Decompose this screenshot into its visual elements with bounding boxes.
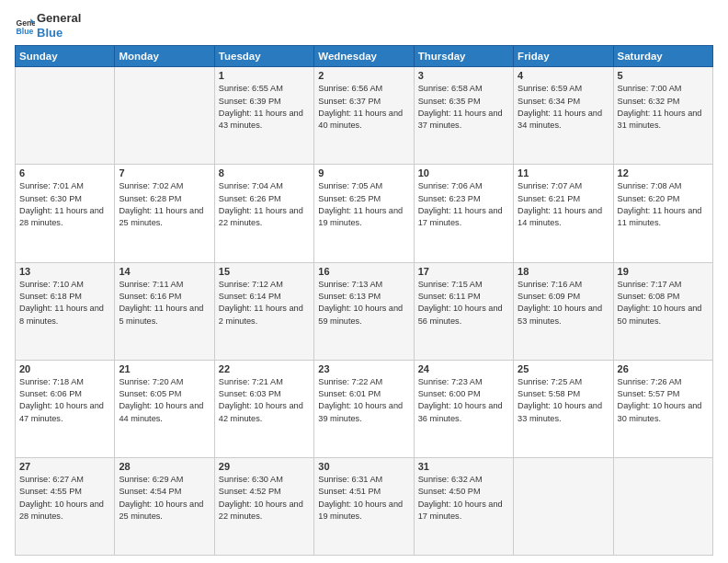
sunrise-text: Sunrise: 7:22 AM [318,377,382,386]
sunrise-text: Sunrise: 7:11 AM [119,280,183,289]
sunrise-text: Sunrise: 7:12 AM [219,280,283,289]
calendar-cell: 23Sunrise: 7:22 AMSunset: 6:01 PMDayligh… [314,360,414,457]
daylight-text: Daylight: 11 hours and 34 minutes. [518,109,602,130]
daylight-text: Daylight: 10 hours and 19 minutes. [318,500,403,521]
weekday-header: Monday [115,46,214,67]
day-number: 23 [318,363,409,374]
calendar-cell: 20Sunrise: 7:18 AMSunset: 6:06 PMDayligh… [16,360,115,457]
sunset-text: Sunset: 4:55 PM [19,487,82,496]
day-number: 7 [119,167,210,178]
logo-text: General Blue [37,11,81,40]
day-info: Sunrise: 7:11 AMSunset: 6:16 PMDaylight:… [119,279,210,327]
day-number: 2 [318,70,409,81]
day-info: Sunrise: 7:26 AMSunset: 5:57 PMDaylight:… [618,376,709,425]
daylight-text: Daylight: 10 hours and 56 minutes. [418,304,503,325]
sunset-text: Sunset: 6:23 PM [418,194,481,203]
weekday-header: Tuesday [214,46,313,67]
day-number: 11 [518,167,609,178]
calendar-cell: 3Sunrise: 6:58 AMSunset: 6:35 PMDaylight… [414,67,513,165]
day-number: 28 [119,461,210,472]
calendar-cell: 9Sunrise: 7:05 AMSunset: 6:25 PMDaylight… [314,165,414,262]
calendar-week-row: 6Sunrise: 7:01 AMSunset: 6:30 PMDaylight… [16,165,713,262]
day-number: 6 [19,167,110,178]
calendar-cell: 10Sunrise: 7:06 AMSunset: 6:23 PMDayligh… [414,165,513,262]
sunset-text: Sunset: 6:34 PM [518,97,580,106]
daylight-text: Daylight: 11 hours and 8 minutes. [19,304,104,325]
day-number: 30 [318,461,409,472]
day-number: 17 [418,266,509,277]
sunrise-text: Sunrise: 7:23 AM [418,377,483,386]
day-number: 16 [318,266,409,277]
calendar-cell: 26Sunrise: 7:26 AMSunset: 5:57 PMDayligh… [613,360,712,457]
sunrise-text: Sunrise: 7:00 AM [618,84,682,93]
daylight-text: Daylight: 10 hours and 22 minutes. [219,500,303,521]
daylight-text: Daylight: 10 hours and 50 minutes. [618,304,702,325]
sunrise-text: Sunrise: 7:02 AM [119,181,183,190]
calendar-cell: 11Sunrise: 7:07 AMSunset: 6:21 PMDayligh… [514,165,613,262]
day-info: Sunrise: 7:25 AMSunset: 5:58 PMDaylight:… [518,376,609,425]
calendar-cell: 28Sunrise: 6:29 AMSunset: 4:54 PMDayligh… [115,457,214,555]
daylight-text: Daylight: 11 hours and 5 minutes. [119,304,203,325]
day-info: Sunrise: 6:55 AMSunset: 6:39 PMDaylight:… [219,83,310,132]
day-info: Sunrise: 7:12 AMSunset: 6:14 PMDaylight:… [219,279,310,327]
daylight-text: Daylight: 10 hours and 59 minutes. [318,304,403,325]
sunset-text: Sunset: 5:57 PM [618,389,680,398]
page: General Blue General Blue SundayMondayTu… [0,0,728,563]
sunset-text: Sunset: 6:09 PM [518,292,580,301]
daylight-text: Daylight: 11 hours and 40 minutes. [318,109,403,130]
day-number: 29 [219,461,310,472]
day-info: Sunrise: 6:56 AMSunset: 6:37 PMDaylight:… [318,83,409,132]
day-info: Sunrise: 7:23 AMSunset: 6:00 PMDaylight:… [418,376,509,425]
calendar-week-row: 27Sunrise: 6:27 AMSunset: 4:55 PMDayligh… [16,457,713,555]
day-number: 22 [219,363,310,374]
daylight-text: Daylight: 11 hours and 2 minutes. [219,304,303,325]
day-number: 4 [518,70,609,81]
day-number: 10 [418,167,509,178]
day-info: Sunrise: 6:30 AMSunset: 4:52 PMDaylight:… [219,474,310,523]
sunset-text: Sunset: 6:08 PM [618,292,680,301]
calendar-cell: 13Sunrise: 7:10 AMSunset: 6:18 PMDayligh… [16,262,115,360]
day-info: Sunrise: 7:21 AMSunset: 6:03 PMDaylight:… [219,376,310,425]
calendar-cell [613,457,712,555]
sunset-text: Sunset: 4:54 PM [119,487,181,496]
calendar-cell: 25Sunrise: 7:25 AMSunset: 5:58 PMDayligh… [514,360,613,457]
daylight-text: Daylight: 11 hours and 17 minutes. [418,206,503,227]
day-info: Sunrise: 6:59 AMSunset: 6:34 PMDaylight:… [518,83,609,132]
daylight-text: Daylight: 11 hours and 14 minutes. [518,206,602,227]
day-number: 19 [618,266,709,277]
day-number: 25 [518,363,609,374]
header: General Blue General Blue [15,11,713,40]
calendar-cell: 4Sunrise: 6:59 AMSunset: 6:34 PMDaylight… [514,67,613,165]
day-number: 15 [219,266,310,277]
daylight-text: Daylight: 11 hours and 19 minutes. [318,206,403,227]
sunset-text: Sunset: 6:16 PM [119,292,181,301]
sunset-text: Sunset: 6:37 PM [318,97,381,106]
sunset-text: Sunset: 6:14 PM [219,292,281,301]
calendar-cell: 19Sunrise: 7:17 AMSunset: 6:08 PMDayligh… [613,262,712,360]
weekday-header: Saturday [613,46,712,67]
sunrise-text: Sunrise: 6:27 AM [19,475,84,484]
sunrise-text: Sunrise: 6:31 AM [318,475,382,484]
calendar-cell: 7Sunrise: 7:02 AMSunset: 6:28 PMDaylight… [115,165,214,262]
calendar-cell: 17Sunrise: 7:15 AMSunset: 6:11 PMDayligh… [414,262,513,360]
day-number: 9 [318,167,409,178]
calendar-cell: 5Sunrise: 7:00 AMSunset: 6:32 PMDaylight… [613,67,712,165]
calendar-cell: 16Sunrise: 7:13 AMSunset: 6:13 PMDayligh… [314,262,414,360]
day-info: Sunrise: 6:29 AMSunset: 4:54 PMDaylight:… [119,474,210,523]
calendar-cell: 14Sunrise: 7:11 AMSunset: 6:16 PMDayligh… [115,262,214,360]
sunset-text: Sunset: 6:18 PM [19,292,82,301]
day-number: 13 [19,266,110,277]
sunrise-text: Sunrise: 6:30 AM [219,475,283,484]
sunset-text: Sunset: 4:50 PM [418,487,481,496]
calendar-cell: 8Sunrise: 7:04 AMSunset: 6:26 PMDaylight… [214,165,313,262]
day-info: Sunrise: 7:17 AMSunset: 6:08 PMDaylight:… [618,279,709,327]
day-info: Sunrise: 7:18 AMSunset: 6:06 PMDaylight:… [19,376,110,425]
day-number: 1 [219,70,310,81]
calendar-cell: 1Sunrise: 6:55 AMSunset: 6:39 PMDaylight… [214,67,313,165]
sunset-text: Sunset: 6:03 PM [219,389,281,398]
calendar-cell: 27Sunrise: 6:27 AMSunset: 4:55 PMDayligh… [16,457,115,555]
svg-text:Blue: Blue [17,26,34,35]
sunrise-text: Sunrise: 6:55 AM [219,84,283,93]
sunrise-text: Sunrise: 7:21 AM [219,377,283,386]
sunset-text: Sunset: 6:13 PM [318,292,381,301]
